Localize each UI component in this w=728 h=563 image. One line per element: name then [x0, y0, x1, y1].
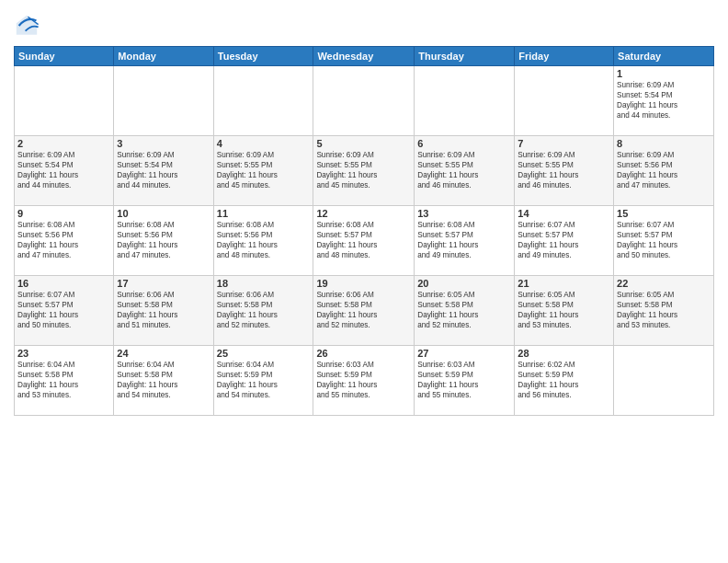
day-info: Sunrise: 6:09 AM Sunset: 5:55 PM Dayligh… — [316, 150, 411, 190]
day-info: Sunrise: 6:05 AM Sunset: 5:58 PM Dayligh… — [518, 290, 610, 330]
calendar-day-cell: 8Sunrise: 6:09 AM Sunset: 5:56 PM Daylig… — [614, 136, 714, 206]
day-info: Sunrise: 6:09 AM Sunset: 5:54 PM Dayligh… — [617, 80, 711, 121]
day-info: Sunrise: 6:08 AM Sunset: 5:56 PM Dayligh… — [117, 220, 210, 260]
day-info: Sunrise: 6:04 AM Sunset: 5:59 PM Dayligh… — [217, 360, 311, 400]
day-info: Sunrise: 6:09 AM Sunset: 5:54 PM Dayligh… — [17, 150, 110, 190]
calendar-day-cell — [15, 66, 114, 136]
logo-icon — [14, 13, 40, 39]
day-number: 19 — [316, 278, 411, 289]
weekday-header: Saturday — [614, 47, 714, 66]
day-info: Sunrise: 6:09 AM Sunset: 5:55 PM Dayligh… — [217, 150, 311, 190]
day-number: 13 — [417, 208, 511, 219]
calendar-header: SundayMondayTuesdayWednesdayThursdayFrid… — [15, 47, 714, 66]
calendar-day-cell: 26Sunrise: 6:03 AM Sunset: 5:59 PM Dayli… — [313, 346, 415, 416]
day-info: Sunrise: 6:03 AM Sunset: 5:59 PM Dayligh… — [316, 360, 411, 400]
calendar-day-cell: 23Sunrise: 6:04 AM Sunset: 5:58 PM Dayli… — [15, 346, 114, 416]
day-number: 24 — [117, 348, 210, 359]
calendar-day-cell — [415, 66, 515, 136]
day-number: 15 — [617, 208, 711, 219]
day-number: 26 — [316, 348, 411, 359]
calendar-day-cell: 27Sunrise: 6:03 AM Sunset: 5:59 PM Dayli… — [415, 346, 515, 416]
day-info: Sunrise: 6:04 AM Sunset: 5:58 PM Dayligh… — [117, 360, 210, 400]
page: SundayMondayTuesdayWednesdayThursdayFrid… — [0, 0, 728, 563]
day-number: 9 — [17, 208, 110, 219]
day-info: Sunrise: 6:09 AM Sunset: 5:55 PM Dayligh… — [417, 150, 511, 190]
calendar-table: SundayMondayTuesdayWednesdayThursdayFrid… — [14, 46, 714, 416]
calendar-day-cell: 14Sunrise: 6:07 AM Sunset: 5:57 PM Dayli… — [515, 206, 614, 276]
day-number: 25 — [217, 348, 311, 359]
day-number: 11 — [217, 208, 311, 219]
calendar-day-cell: 18Sunrise: 6:06 AM Sunset: 5:58 PM Dayli… — [213, 276, 313, 346]
calendar-day-cell — [213, 66, 313, 136]
calendar-day-cell: 7Sunrise: 6:09 AM Sunset: 5:55 PM Daylig… — [515, 136, 614, 206]
calendar-week-row: 1Sunrise: 6:09 AM Sunset: 5:54 PM Daylig… — [15, 66, 714, 136]
calendar-day-cell: 9Sunrise: 6:08 AM Sunset: 5:56 PM Daylig… — [15, 206, 114, 276]
day-number: 27 — [417, 348, 511, 359]
calendar-day-cell — [114, 66, 213, 136]
day-info: Sunrise: 6:09 AM Sunset: 5:54 PM Dayligh… — [117, 150, 210, 190]
weekday-header: Thursday — [415, 47, 515, 66]
day-number: 7 — [518, 138, 610, 149]
weekday-header: Sunday — [15, 47, 114, 66]
day-info: Sunrise: 6:06 AM Sunset: 5:58 PM Dayligh… — [117, 290, 210, 330]
day-info: Sunrise: 6:09 AM Sunset: 5:55 PM Dayligh… — [518, 150, 610, 190]
calendar-week-row: 2Sunrise: 6:09 AM Sunset: 5:54 PM Daylig… — [15, 136, 714, 206]
calendar-week-row: 16Sunrise: 6:07 AM Sunset: 5:57 PM Dayli… — [15, 276, 714, 346]
calendar-week-row: 9Sunrise: 6:08 AM Sunset: 5:56 PM Daylig… — [15, 206, 714, 276]
day-info: Sunrise: 6:07 AM Sunset: 5:57 PM Dayligh… — [17, 290, 110, 330]
calendar-day-cell: 24Sunrise: 6:04 AM Sunset: 5:58 PM Dayli… — [114, 346, 213, 416]
calendar-day-cell: 10Sunrise: 6:08 AM Sunset: 5:56 PM Dayli… — [114, 206, 213, 276]
day-number: 17 — [117, 278, 210, 289]
calendar-day-cell: 4Sunrise: 6:09 AM Sunset: 5:55 PM Daylig… — [213, 136, 313, 206]
calendar-day-cell: 11Sunrise: 6:08 AM Sunset: 5:56 PM Dayli… — [213, 206, 313, 276]
day-number: 10 — [117, 208, 210, 219]
calendar-day-cell: 5Sunrise: 6:09 AM Sunset: 5:55 PM Daylig… — [313, 136, 415, 206]
day-info: Sunrise: 6:08 AM Sunset: 5:57 PM Dayligh… — [316, 220, 411, 260]
weekday-row: SundayMondayTuesdayWednesdayThursdayFrid… — [15, 47, 714, 66]
logo — [14, 13, 43, 39]
calendar-day-cell: 20Sunrise: 6:05 AM Sunset: 5:58 PM Dayli… — [415, 276, 515, 346]
calendar-day-cell: 22Sunrise: 6:05 AM Sunset: 5:58 PM Dayli… — [614, 276, 714, 346]
calendar-day-cell: 3Sunrise: 6:09 AM Sunset: 5:54 PM Daylig… — [114, 136, 213, 206]
day-number: 28 — [518, 348, 610, 359]
day-number: 14 — [518, 208, 610, 219]
header — [14, 9, 714, 39]
weekday-header: Tuesday — [213, 47, 313, 66]
calendar-day-cell — [313, 66, 415, 136]
day-number: 12 — [316, 208, 411, 219]
day-info: Sunrise: 6:05 AM Sunset: 5:58 PM Dayligh… — [417, 290, 511, 330]
calendar-day-cell: 19Sunrise: 6:06 AM Sunset: 5:58 PM Dayli… — [313, 276, 415, 346]
calendar-day-cell: 16Sunrise: 6:07 AM Sunset: 5:57 PM Dayli… — [15, 276, 114, 346]
day-info: Sunrise: 6:06 AM Sunset: 5:58 PM Dayligh… — [316, 290, 411, 330]
calendar-day-cell: 21Sunrise: 6:05 AM Sunset: 5:58 PM Dayli… — [515, 276, 614, 346]
calendar-day-cell — [515, 66, 614, 136]
calendar-day-cell: 17Sunrise: 6:06 AM Sunset: 5:58 PM Dayli… — [114, 276, 213, 346]
calendar-day-cell: 2Sunrise: 6:09 AM Sunset: 5:54 PM Daylig… — [15, 136, 114, 206]
day-info: Sunrise: 6:09 AM Sunset: 5:56 PM Dayligh… — [617, 150, 711, 190]
day-info: Sunrise: 6:08 AM Sunset: 5:56 PM Dayligh… — [217, 220, 311, 260]
calendar-day-cell: 28Sunrise: 6:02 AM Sunset: 5:59 PM Dayli… — [515, 346, 614, 416]
day-number: 6 — [417, 138, 511, 149]
day-number: 21 — [518, 278, 610, 289]
calendar-day-cell: 6Sunrise: 6:09 AM Sunset: 5:55 PM Daylig… — [415, 136, 515, 206]
day-info: Sunrise: 6:05 AM Sunset: 5:58 PM Dayligh… — [617, 290, 711, 330]
day-number: 1 — [617, 68, 711, 79]
calendar-week-row: 23Sunrise: 6:04 AM Sunset: 5:58 PM Dayli… — [15, 346, 714, 416]
day-info: Sunrise: 6:02 AM Sunset: 5:59 PM Dayligh… — [518, 360, 610, 400]
day-info: Sunrise: 6:03 AM Sunset: 5:59 PM Dayligh… — [417, 360, 511, 400]
calendar-body: 1Sunrise: 6:09 AM Sunset: 5:54 PM Daylig… — [15, 66, 714, 416]
calendar-day-cell: 13Sunrise: 6:08 AM Sunset: 5:57 PM Dayli… — [415, 206, 515, 276]
day-info: Sunrise: 6:04 AM Sunset: 5:58 PM Dayligh… — [17, 360, 110, 400]
weekday-header: Wednesday — [313, 47, 415, 66]
day-info: Sunrise: 6:07 AM Sunset: 5:57 PM Dayligh… — [617, 220, 711, 260]
day-info: Sunrise: 6:06 AM Sunset: 5:58 PM Dayligh… — [217, 290, 311, 330]
day-number: 2 — [17, 138, 110, 149]
day-number: 18 — [217, 278, 311, 289]
day-info: Sunrise: 6:08 AM Sunset: 5:56 PM Dayligh… — [17, 220, 110, 260]
day-number: 20 — [417, 278, 511, 289]
day-number: 23 — [17, 348, 110, 359]
day-number: 3 — [117, 138, 210, 149]
day-number: 8 — [617, 138, 711, 149]
day-number: 5 — [316, 138, 411, 149]
calendar-day-cell — [614, 346, 714, 416]
